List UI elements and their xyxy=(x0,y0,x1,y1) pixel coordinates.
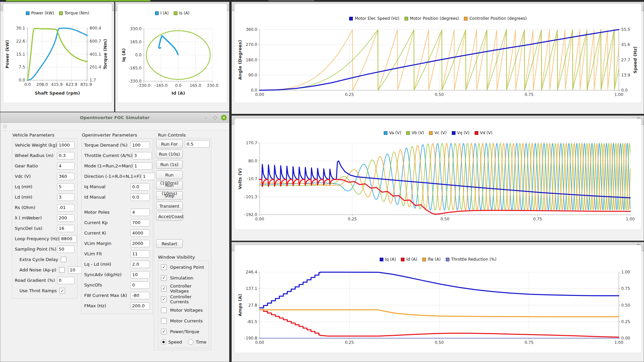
svg-text:360.0: 360.0 xyxy=(246,27,257,32)
param-input-vlim-flt[interactable] xyxy=(130,250,150,258)
param-input-current-ki[interactable] xyxy=(130,229,150,237)
svg-text:1.7: 1.7 xyxy=(90,78,96,83)
oi-params-groupbox: Torque Demand (%)Throttle Current (A/%)M… xyxy=(81,138,153,314)
param-row-syncdel-us: SyncDel (us) xyxy=(12,223,77,234)
run-1s-button[interactable]: Run (1s) xyxy=(156,160,183,169)
param-input-syncofs[interactable] xyxy=(130,281,150,289)
svg-text:0.25: 0.25 xyxy=(348,217,357,221)
window-visibility-header: Window Visibility xyxy=(158,255,195,260)
param-input-throttle-current-a[interactable] xyxy=(132,152,152,159)
param-input-rs-ohm[interactable] xyxy=(57,204,74,211)
param-input-vdc-v[interactable] xyxy=(57,173,74,180)
checkbox-simulation[interactable]: ✓ xyxy=(161,275,167,281)
param-input-current-kp[interactable] xyxy=(130,219,150,226)
checkbox-use-throt-ramps[interactable]: ✓ xyxy=(59,288,65,294)
param-input-syncdel-us[interactable] xyxy=(57,225,74,232)
run-for-input[interactable] xyxy=(185,140,210,148)
run-for-button[interactable]: Run For (s) xyxy=(156,140,183,148)
svg-text:Iq (A): Iq (A) xyxy=(121,48,126,62)
svg-text:180.0: 180.0 xyxy=(246,58,257,62)
param-input-ld-mh[interactable] xyxy=(57,194,74,201)
transient-button[interactable]: Transient xyxy=(156,202,183,210)
param-input-road-gradient[interactable] xyxy=(57,277,74,284)
param-input-wheel-radius-m[interactable] xyxy=(57,152,74,159)
radio-speed[interactable]: Speed xyxy=(161,339,182,345)
param-input-fw-current-max-a[interactable] xyxy=(130,292,150,299)
step-button[interactable]: Step xyxy=(156,191,183,200)
param-label: SyncOfs xyxy=(84,282,130,288)
checkbox-power-torque[interactable]: ✓ xyxy=(161,329,167,334)
radio-label: Speed xyxy=(168,340,182,345)
checkbox-motor-voltages[interactable] xyxy=(161,307,167,313)
param-label: VLim Margin xyxy=(84,241,130,246)
checkbox-motor-currents[interactable] xyxy=(161,318,167,324)
param-input-vlim-margin[interactable] xyxy=(130,240,150,247)
svg-text:201.4: 201.4 xyxy=(90,65,101,69)
radio-time-icon[interactable] xyxy=(188,339,194,345)
param-label: FMax (Hz) xyxy=(84,303,130,308)
checkbox-operating-point[interactable]: ✓ xyxy=(161,264,167,270)
param-row-rs-ohm: Rs (Ohm) xyxy=(12,202,77,213)
param-input-mode-1-run-2-man[interactable] xyxy=(133,162,152,170)
param-input-loop-frequency-hz[interactable] xyxy=(59,235,77,243)
svg-text:Power (kW): Power (kW) xyxy=(5,40,10,68)
checkbox-add-noise-ap-p[interactable] xyxy=(59,267,65,273)
svg-text:600.7: 600.7 xyxy=(90,39,101,44)
param-input-motor-poles[interactable] xyxy=(130,209,150,216)
param-input-vehicle-weight-kg[interactable] xyxy=(57,142,74,149)
param-row-current-kp: Current Kp xyxy=(82,217,153,228)
accel-coast-button[interactable]: Accel/Coast xyxy=(156,212,183,221)
checkbox-controller-voltages[interactable]: ✓ xyxy=(161,286,167,292)
svg-text:401.1: 401.1 xyxy=(90,52,101,57)
vehicle-params-header: Vehicle Parameters xyxy=(12,133,54,138)
checkbox-controller-currents[interactable]: ✓ xyxy=(161,297,167,302)
svg-text:1.00: 1.00 xyxy=(626,217,635,221)
restart-button[interactable]: Restart xyxy=(156,239,183,248)
param-label: λ ( mWeber) xyxy=(15,215,57,220)
close-icon[interactable]: × xyxy=(221,115,227,120)
main-simulator-window: OpenInverter FOC Simulator – × Vehicle P… xyxy=(0,112,229,362)
main-titlebar[interactable]: OpenInverter FOC Simulator – × xyxy=(0,112,229,123)
svg-text:623.9: 623.9 xyxy=(66,82,77,87)
param-row-direction-1-r-0-n-1-f: Direction (-1=R,0=N,1=F) xyxy=(82,171,153,182)
param-input-lq-mh[interactable] xyxy=(57,183,74,191)
param-label: Iq Manual xyxy=(84,184,130,189)
param-input-iq-manual[interactable] xyxy=(130,183,150,191)
radio-time[interactable]: Time xyxy=(188,339,206,345)
param-input-sampling-point[interactable] xyxy=(57,246,74,253)
param-input-gear-ratio[interactable] xyxy=(57,162,74,170)
visibility-label: Motor Currents xyxy=(170,318,203,323)
radio-speed-icon[interactable] xyxy=(161,339,166,345)
param-input-fmax-hz[interactable] xyxy=(130,302,150,310)
param-input-syncadv-dig-hz[interactable] xyxy=(130,271,150,278)
param-label: Torque Demand (%) xyxy=(84,143,130,148)
minimize-icon[interactable]: – xyxy=(203,114,209,120)
param-input-torque-demand[interactable] xyxy=(130,142,150,149)
run-10s-button[interactable]: Run (10s) xyxy=(156,150,183,158)
checkbox-extra-cycle-delay[interactable] xyxy=(61,257,66,262)
param-row-vlim-flt: VLim Flt xyxy=(82,249,153,259)
restore-icon[interactable] xyxy=(212,114,218,120)
param-input-lq-ld-mh[interactable] xyxy=(130,261,150,268)
param-label: Vehicle Weight (kg) xyxy=(15,143,57,148)
param-row-wheel-radius-m: Wheel Radius (m) xyxy=(12,150,77,161)
svg-text:Amps (A): Amps (A) xyxy=(237,294,243,316)
window-visibility-groupbox: ✓Operating Point✓Simulation✓Controller V… xyxy=(158,260,209,348)
param-input-id-manual[interactable] xyxy=(130,194,150,201)
visibility-row-power-torque: ✓Power/Torque xyxy=(158,326,209,337)
svg-text:Speed (Hz): Speed (Hz) xyxy=(633,46,638,73)
svg-text:-81.5: -81.5 xyxy=(247,319,257,324)
param-row-ld-mh: Ld (mH) xyxy=(12,192,77,202)
visibility-label: Simulation xyxy=(170,275,193,280)
param-row-sampling-point: Sampling Point (%) xyxy=(12,244,77,254)
toolbar-grip-icon[interactable] xyxy=(3,124,7,128)
svg-text:0.75: 0.75 xyxy=(525,92,534,97)
svg-text:0.0: 0.0 xyxy=(251,88,257,93)
controller_currents-plot: 0.000.250.500.751.00246.4137.127.8-81.5-… xyxy=(235,245,642,353)
visibility-row-controller-voltages: ✓Controller Voltages xyxy=(158,283,209,294)
run-100ms-button[interactable]: Run (100ms) xyxy=(156,170,183,179)
param-label: Use Throt Ramps xyxy=(15,288,57,293)
param-row-vlim-margin: VLim Margin xyxy=(82,238,153,249)
param-row-lq-mh: Lq (mH) xyxy=(12,182,77,192)
param-input-mweber[interactable] xyxy=(57,214,74,222)
